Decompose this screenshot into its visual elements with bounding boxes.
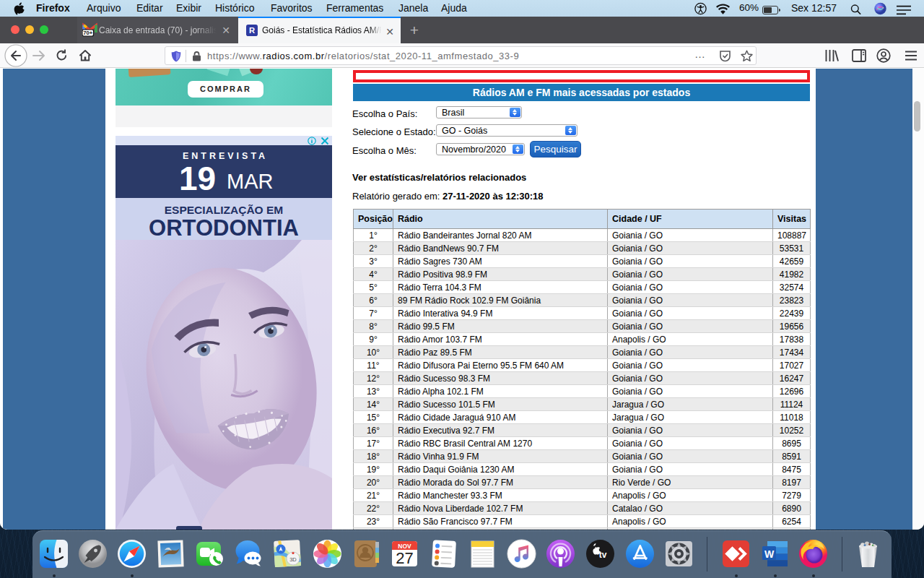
svg-text:R: R (249, 26, 255, 35)
svg-text:3D: 3D (289, 556, 297, 563)
svg-text:27: 27 (396, 549, 413, 567)
svg-text:W: W (764, 548, 775, 560)
svg-text:70+: 70+ (83, 30, 92, 36)
svg-text:tv: tv (599, 550, 607, 560)
svg-text:NOV: NOV (398, 543, 411, 550)
